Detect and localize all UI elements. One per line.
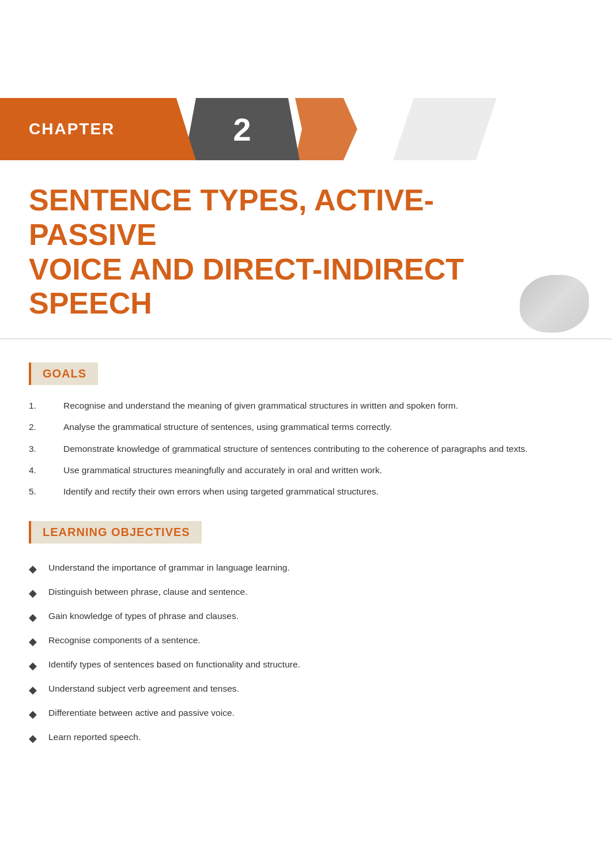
goal-number: 3. xyxy=(29,442,63,455)
title-line3: SPEECH xyxy=(29,286,152,320)
band-decoration xyxy=(393,98,497,160)
objectives-heading: LEARNING OBJECTIVES xyxy=(43,526,190,538)
goal-text: Demonstrate knowledge of grammatical str… xyxy=(63,442,583,455)
goals-list-item: 1. Recognise and understand the meaning … xyxy=(29,399,583,412)
objective-text: Understand subject verb agreement and te… xyxy=(48,682,239,695)
goal-text: Analyse the grammatical structure of sen… xyxy=(63,420,583,433)
objective-list-item: ◆ Recognise components of a sentence. xyxy=(29,633,583,650)
bullet-icon: ◆ xyxy=(29,731,37,746)
objective-text: Differentiate between active and passive… xyxy=(48,706,235,719)
goal-number: 5. xyxy=(29,485,63,498)
goals-list-item: 5. Identify and rectify their own errors… xyxy=(29,485,583,498)
title-line1: SENTENCE TYPES, ACTIVE-PASSIVE xyxy=(29,183,434,251)
goals-list-item: 2. Analyse the grammatical structure of … xyxy=(29,420,583,433)
chapter-number-block: 2 xyxy=(184,98,300,160)
goal-number: 2. xyxy=(29,420,63,433)
goal-text: Use grammatical structures meaningfully … xyxy=(63,463,583,477)
goal-text: Identify and rectify their own errors wh… xyxy=(63,485,583,498)
content-area: GOALS 1. Recognise and understand the me… xyxy=(0,339,612,778)
title-line2: VOICE AND DIRECT-INDIRECT xyxy=(29,252,464,286)
title-decoration xyxy=(520,275,589,333)
title-section: SENTENCE TYPES, ACTIVE-PASSIVE VOICE AND… xyxy=(0,160,612,339)
goals-section-header: GOALS xyxy=(29,363,98,385)
objective-list-item: ◆ Differentiate between active and passi… xyxy=(29,706,583,722)
objective-list-item: ◆ Gain knowledge of types of phrase and … xyxy=(29,609,583,625)
bullet-icon: ◆ xyxy=(29,682,37,698)
goal-number: 1. xyxy=(29,399,63,412)
goals-heading: GOALS xyxy=(43,367,86,380)
bullet-icon: ◆ xyxy=(29,610,37,625)
objectives-section-header: LEARNING OBJECTIVES xyxy=(29,521,202,544)
main-title: SENTENCE TYPES, ACTIVE-PASSIVE VOICE AND… xyxy=(29,183,507,321)
goals-list-item: 4. Use grammatical structures meaningful… xyxy=(29,463,583,477)
objective-text: Recognise components of a sentence. xyxy=(48,633,201,647)
bullet-icon: ◆ xyxy=(29,586,37,601)
bullet-icon: ◆ xyxy=(29,561,37,577)
bullet-icon: ◆ xyxy=(29,634,37,650)
objective-text: Identify types of sentences based on fun… xyxy=(48,658,300,671)
goal-number: 4. xyxy=(29,463,63,477)
bullet-icon: ◆ xyxy=(29,707,37,722)
chapter-tail-decoration xyxy=(288,98,357,160)
objectives-section: LEARNING OBJECTIVES ◆ Understand the imp… xyxy=(29,515,583,746)
chapter-number: 2 xyxy=(233,111,251,148)
objective-text: Gain knowledge of types of phrase and cl… xyxy=(48,609,239,622)
bullet-icon: ◆ xyxy=(29,658,37,674)
objective-text: Learn reported speech. xyxy=(48,730,141,744)
goals-list: 1. Recognise and understand the meaning … xyxy=(29,399,583,498)
chapter-label: CHAPTER xyxy=(29,120,115,138)
objective-list-item: ◆ Understand the importance of grammar i… xyxy=(29,561,583,577)
objective-list-item: ◆ Identify types of sentences based on f… xyxy=(29,658,583,674)
chapter-orange-block: CHAPTER xyxy=(0,98,196,160)
objective-list-item: ◆ Understand subject verb agreement and … xyxy=(29,682,583,698)
page: CHAPTER 2 SENTENCE TYPES, ACTIVE-PASSIVE… xyxy=(0,98,612,868)
objectives-list: ◆ Understand the importance of grammar i… xyxy=(29,561,583,746)
goal-text: Recognise and understand the meaning of … xyxy=(63,399,583,412)
chapter-band: CHAPTER 2 xyxy=(0,98,612,160)
objective-list-item: ◆ Learn reported speech. xyxy=(29,730,583,746)
objective-text: Distinguish between phrase, clause and s… xyxy=(48,585,248,598)
objective-text: Understand the importance of grammar in … xyxy=(48,561,290,574)
goals-list-item: 3. Demonstrate knowledge of grammatical … xyxy=(29,442,583,455)
objective-list-item: ◆ Distinguish between phrase, clause and… xyxy=(29,585,583,601)
